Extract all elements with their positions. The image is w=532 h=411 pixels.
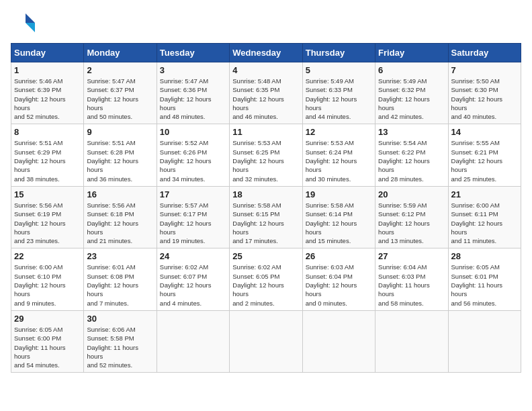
weekday-header-saturday: Saturday xyxy=(448,44,521,62)
calendar-cell: 5 Sunrise: 5:49 AMSunset: 6:33 PMDayligh… xyxy=(302,62,375,124)
day-number: 21 xyxy=(451,189,518,199)
day-number: 15 xyxy=(14,189,81,199)
day-number: 2 xyxy=(87,65,153,75)
day-number: 22 xyxy=(14,251,81,261)
calendar-week-4: 22 Sunrise: 6:00 AMSunset: 6:10 PMDaylig… xyxy=(11,248,521,310)
logo-icon xyxy=(11,11,35,35)
day-number: 3 xyxy=(160,65,226,75)
calendar-cell: 20 Sunrise: 5:59 AMSunset: 6:12 PMDaylig… xyxy=(375,186,448,248)
calendar-cell: 1 Sunrise: 5:46 AMSunset: 6:39 PMDayligh… xyxy=(11,62,84,124)
day-content: Sunrise: 5:58 AMSunset: 6:15 PMDaylight:… xyxy=(232,201,299,245)
day-number: 11 xyxy=(232,127,299,137)
svg-marker-0 xyxy=(26,13,35,23)
day-content: Sunrise: 6:00 AMSunset: 6:10 PMDaylight:… xyxy=(14,263,81,307)
day-content: Sunrise: 6:05 AMSunset: 6:00 PMDaylight:… xyxy=(14,325,81,369)
day-number: 9 xyxy=(87,127,153,137)
day-content: Sunrise: 6:03 AMSunset: 6:04 PMDaylight:… xyxy=(306,263,372,307)
calendar-cell: 16 Sunrise: 5:56 AMSunset: 6:18 PMDaylig… xyxy=(84,186,157,248)
day-number: 24 xyxy=(160,251,226,261)
day-number: 14 xyxy=(451,127,518,137)
day-number: 19 xyxy=(306,189,372,199)
day-content: Sunrise: 5:47 AMSunset: 6:37 PMDaylight:… xyxy=(87,77,153,121)
day-number: 6 xyxy=(378,65,445,75)
calendar-week-3: 15 Sunrise: 5:56 AMSunset: 6:19 PMDaylig… xyxy=(11,186,521,248)
day-number: 12 xyxy=(306,127,372,137)
calendar-cell: 24 Sunrise: 6:02 AMSunset: 6:07 PMDaylig… xyxy=(157,248,229,310)
weekday-header-friday: Friday xyxy=(375,44,448,62)
day-content: Sunrise: 5:49 AMSunset: 6:32 PMDaylight:… xyxy=(378,77,445,121)
calendar-cell: 13 Sunrise: 5:54 AMSunset: 6:22 PMDaylig… xyxy=(375,124,448,186)
calendar-cell: 21 Sunrise: 6:00 AMSunset: 6:11 PMDaylig… xyxy=(448,186,521,248)
calendar-cell: 28 Sunrise: 6:05 AMSunset: 6:01 PMDaylig… xyxy=(448,248,521,310)
calendar-cell: 15 Sunrise: 5:56 AMSunset: 6:19 PMDaylig… xyxy=(11,186,84,248)
day-number: 13 xyxy=(378,127,445,137)
calendar-cell: 4 Sunrise: 5:48 AMSunset: 6:35 PMDayligh… xyxy=(230,62,302,124)
calendar-cell: 19 Sunrise: 5:58 AMSunset: 6:14 PMDaylig… xyxy=(302,186,375,248)
day-number: 18 xyxy=(232,189,299,199)
day-content: Sunrise: 5:51 AMSunset: 6:28 PMDaylight:… xyxy=(87,138,153,183)
weekday-header-monday: Monday xyxy=(84,44,157,62)
calendar-week-1: 1 Sunrise: 5:46 AMSunset: 6:39 PMDayligh… xyxy=(11,62,521,124)
calendar-cell: 14 Sunrise: 5:55 AMSunset: 6:21 PMDaylig… xyxy=(448,124,521,186)
weekday-header-tuesday: Tuesday xyxy=(157,44,229,62)
calendar-table: SundayMondayTuesdayWednesdayThursdayFrid… xyxy=(11,43,521,373)
calendar-cell: 25 Sunrise: 6:02 AMSunset: 6:05 PMDaylig… xyxy=(230,248,302,310)
calendar-cell: 30 Sunrise: 6:06 AMSunset: 5:58 PMDaylig… xyxy=(84,310,157,372)
day-number: 1 xyxy=(14,65,81,75)
day-content: Sunrise: 5:56 AMSunset: 6:18 PMDaylight:… xyxy=(87,201,153,245)
calendar-cell: 7 Sunrise: 5:50 AMSunset: 6:30 PMDayligh… xyxy=(448,62,521,124)
day-number: 29 xyxy=(14,314,81,324)
svg-marker-1 xyxy=(26,23,35,32)
calendar-cell: 9 Sunrise: 5:51 AMSunset: 6:28 PMDayligh… xyxy=(84,124,157,186)
day-number: 4 xyxy=(232,65,299,75)
calendar-cell: 12 Sunrise: 5:53 AMSunset: 6:24 PMDaylig… xyxy=(302,124,375,186)
day-content: Sunrise: 6:04 AMSunset: 6:03 PMDaylight:… xyxy=(378,263,445,307)
day-content: Sunrise: 5:52 AMSunset: 6:26 PMDaylight:… xyxy=(160,138,226,183)
day-number: 20 xyxy=(378,189,445,199)
calendar-cell: 2 Sunrise: 5:47 AMSunset: 6:37 PMDayligh… xyxy=(84,62,157,124)
day-content: Sunrise: 5:49 AMSunset: 6:33 PMDaylight:… xyxy=(306,77,372,121)
calendar-cell: 22 Sunrise: 6:00 AMSunset: 6:10 PMDaylig… xyxy=(11,248,84,310)
calendar-cell xyxy=(157,310,229,372)
day-content: Sunrise: 6:06 AMSunset: 5:58 PMDaylight:… xyxy=(87,325,153,369)
day-number: 17 xyxy=(160,189,226,199)
calendar-cell xyxy=(230,310,302,372)
calendar-week-5: 29 Sunrise: 6:05 AMSunset: 6:00 PMDaylig… xyxy=(11,310,521,372)
weekday-header-sunday: Sunday xyxy=(11,44,84,62)
calendar-cell: 10 Sunrise: 5:52 AMSunset: 6:26 PMDaylig… xyxy=(157,124,229,186)
day-content: Sunrise: 5:58 AMSunset: 6:14 PMDaylight:… xyxy=(306,201,372,245)
weekday-header-wednesday: Wednesday xyxy=(230,44,302,62)
calendar-cell: 6 Sunrise: 5:49 AMSunset: 6:32 PMDayligh… xyxy=(375,62,448,124)
day-content: Sunrise: 5:56 AMSunset: 6:19 PMDaylight:… xyxy=(14,201,81,245)
day-content: Sunrise: 6:00 AMSunset: 6:11 PMDaylight:… xyxy=(451,201,518,245)
calendar-week-2: 8 Sunrise: 5:51 AMSunset: 6:29 PMDayligh… xyxy=(11,124,521,186)
day-content: Sunrise: 5:48 AMSunset: 6:35 PMDaylight:… xyxy=(232,77,299,121)
day-content: Sunrise: 5:51 AMSunset: 6:29 PMDaylight:… xyxy=(14,138,81,183)
day-content: Sunrise: 6:02 AMSunset: 6:07 PMDaylight:… xyxy=(160,263,226,307)
day-number: 7 xyxy=(451,65,518,75)
day-number: 30 xyxy=(87,314,153,324)
day-content: Sunrise: 6:05 AMSunset: 6:01 PMDaylight:… xyxy=(451,263,518,307)
calendar-cell: 18 Sunrise: 5:58 AMSunset: 6:15 PMDaylig… xyxy=(230,186,302,248)
day-content: Sunrise: 5:46 AMSunset: 6:39 PMDaylight:… xyxy=(14,77,81,121)
calendar-cell: 3 Sunrise: 5:47 AMSunset: 6:36 PMDayligh… xyxy=(157,62,229,124)
day-content: Sunrise: 5:55 AMSunset: 6:21 PMDaylight:… xyxy=(451,138,518,183)
logo xyxy=(11,11,38,35)
weekday-header-thursday: Thursday xyxy=(302,44,375,62)
day-number: 26 xyxy=(306,251,372,261)
day-content: Sunrise: 6:01 AMSunset: 6:08 PMDaylight:… xyxy=(87,263,153,307)
calendar-cell: 26 Sunrise: 6:03 AMSunset: 6:04 PMDaylig… xyxy=(302,248,375,310)
calendar-cell: 11 Sunrise: 5:53 AMSunset: 6:25 PMDaylig… xyxy=(230,124,302,186)
day-content: Sunrise: 5:57 AMSunset: 6:17 PMDaylight:… xyxy=(160,201,226,245)
calendar-cell xyxy=(448,310,521,372)
page-header xyxy=(11,11,521,35)
calendar-cell xyxy=(375,310,448,372)
day-number: 25 xyxy=(232,251,299,261)
day-content: Sunrise: 6:02 AMSunset: 6:05 PMDaylight:… xyxy=(232,263,299,307)
calendar-cell: 29 Sunrise: 6:05 AMSunset: 6:00 PMDaylig… xyxy=(11,310,84,372)
day-content: Sunrise: 5:50 AMSunset: 6:30 PMDaylight:… xyxy=(451,77,518,121)
day-content: Sunrise: 5:54 AMSunset: 6:22 PMDaylight:… xyxy=(378,138,445,183)
calendar-cell: 8 Sunrise: 5:51 AMSunset: 6:29 PMDayligh… xyxy=(11,124,84,186)
day-content: Sunrise: 5:47 AMSunset: 6:36 PMDaylight:… xyxy=(160,77,226,121)
day-number: 8 xyxy=(14,127,81,137)
